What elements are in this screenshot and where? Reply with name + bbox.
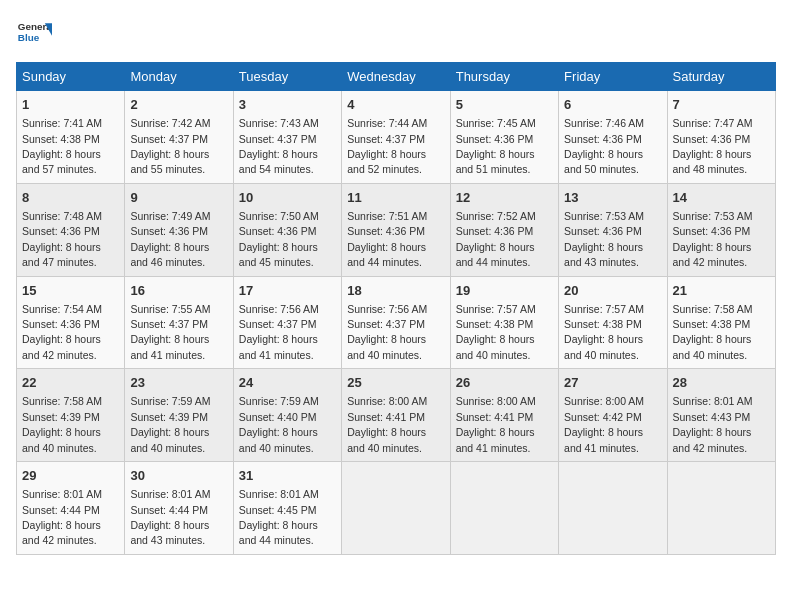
calendar-week-4: 22 Sunrise: 7:58 AMSunset: 4:39 PMDaylig… xyxy=(17,369,776,462)
calendar-cell: 11 Sunrise: 7:51 AMSunset: 4:36 PMDaylig… xyxy=(342,183,450,276)
day-number: 4 xyxy=(347,96,444,114)
calendar-cell xyxy=(450,462,558,555)
day-info: Sunrise: 7:45 AMSunset: 4:36 PMDaylight:… xyxy=(456,117,536,175)
calendar-cell: 30 Sunrise: 8:01 AMSunset: 4:44 PMDaylig… xyxy=(125,462,233,555)
day-number: 23 xyxy=(130,374,227,392)
calendar-cell: 6 Sunrise: 7:46 AMSunset: 4:36 PMDayligh… xyxy=(559,91,667,184)
calendar-cell: 27 Sunrise: 8:00 AMSunset: 4:42 PMDaylig… xyxy=(559,369,667,462)
calendar-cell: 22 Sunrise: 7:58 AMSunset: 4:39 PMDaylig… xyxy=(17,369,125,462)
day-info: Sunrise: 8:00 AMSunset: 4:42 PMDaylight:… xyxy=(564,395,644,453)
calendar-cell: 20 Sunrise: 7:57 AMSunset: 4:38 PMDaylig… xyxy=(559,276,667,369)
day-info: Sunrise: 8:00 AMSunset: 4:41 PMDaylight:… xyxy=(456,395,536,453)
day-info: Sunrise: 8:01 AMSunset: 4:44 PMDaylight:… xyxy=(130,488,210,546)
day-number: 10 xyxy=(239,189,336,207)
day-number: 11 xyxy=(347,189,444,207)
weekday-saturday: Saturday xyxy=(667,63,775,91)
calendar-cell: 31 Sunrise: 8:01 AMSunset: 4:45 PMDaylig… xyxy=(233,462,341,555)
calendar-week-3: 15 Sunrise: 7:54 AMSunset: 4:36 PMDaylig… xyxy=(17,276,776,369)
day-info: Sunrise: 7:48 AMSunset: 4:36 PMDaylight:… xyxy=(22,210,102,268)
calendar-week-5: 29 Sunrise: 8:01 AMSunset: 4:44 PMDaylig… xyxy=(17,462,776,555)
day-info: Sunrise: 7:59 AMSunset: 4:39 PMDaylight:… xyxy=(130,395,210,453)
weekday-sunday: Sunday xyxy=(17,63,125,91)
weekday-monday: Monday xyxy=(125,63,233,91)
day-number: 6 xyxy=(564,96,661,114)
calendar-cell: 1 Sunrise: 7:41 AMSunset: 4:38 PMDayligh… xyxy=(17,91,125,184)
weekday-thursday: Thursday xyxy=(450,63,558,91)
calendar-cell: 28 Sunrise: 8:01 AMSunset: 4:43 PMDaylig… xyxy=(667,369,775,462)
day-info: Sunrise: 7:56 AMSunset: 4:37 PMDaylight:… xyxy=(239,303,319,361)
calendar-cell: 26 Sunrise: 8:00 AMSunset: 4:41 PMDaylig… xyxy=(450,369,558,462)
day-number: 27 xyxy=(564,374,661,392)
day-info: Sunrise: 7:50 AMSunset: 4:36 PMDaylight:… xyxy=(239,210,319,268)
page-header: General Blue xyxy=(16,16,776,52)
calendar-cell: 2 Sunrise: 7:42 AMSunset: 4:37 PMDayligh… xyxy=(125,91,233,184)
calendar-cell: 10 Sunrise: 7:50 AMSunset: 4:36 PMDaylig… xyxy=(233,183,341,276)
calendar-table: SundayMondayTuesdayWednesdayThursdayFrid… xyxy=(16,62,776,555)
calendar-cell: 16 Sunrise: 7:55 AMSunset: 4:37 PMDaylig… xyxy=(125,276,233,369)
day-info: Sunrise: 8:01 AMSunset: 4:44 PMDaylight:… xyxy=(22,488,102,546)
day-number: 12 xyxy=(456,189,553,207)
day-info: Sunrise: 7:58 AMSunset: 4:38 PMDaylight:… xyxy=(673,303,753,361)
day-number: 8 xyxy=(22,189,119,207)
day-number: 5 xyxy=(456,96,553,114)
day-info: Sunrise: 7:57 AMSunset: 4:38 PMDaylight:… xyxy=(564,303,644,361)
calendar-cell: 21 Sunrise: 7:58 AMSunset: 4:38 PMDaylig… xyxy=(667,276,775,369)
day-number: 17 xyxy=(239,282,336,300)
logo-icon: General Blue xyxy=(16,16,52,52)
calendar-cell xyxy=(559,462,667,555)
calendar-body: 1 Sunrise: 7:41 AMSunset: 4:38 PMDayligh… xyxy=(17,91,776,555)
day-info: Sunrise: 7:54 AMSunset: 4:36 PMDaylight:… xyxy=(22,303,102,361)
day-info: Sunrise: 7:43 AMSunset: 4:37 PMDaylight:… xyxy=(239,117,319,175)
weekday-wednesday: Wednesday xyxy=(342,63,450,91)
calendar-cell: 5 Sunrise: 7:45 AMSunset: 4:36 PMDayligh… xyxy=(450,91,558,184)
calendar-cell: 23 Sunrise: 7:59 AMSunset: 4:39 PMDaylig… xyxy=(125,369,233,462)
calendar-cell: 8 Sunrise: 7:48 AMSunset: 4:36 PMDayligh… xyxy=(17,183,125,276)
day-number: 18 xyxy=(347,282,444,300)
day-info: Sunrise: 7:44 AMSunset: 4:37 PMDaylight:… xyxy=(347,117,427,175)
calendar-cell: 7 Sunrise: 7:47 AMSunset: 4:36 PMDayligh… xyxy=(667,91,775,184)
day-number: 24 xyxy=(239,374,336,392)
day-info: Sunrise: 8:01 AMSunset: 4:45 PMDaylight:… xyxy=(239,488,319,546)
day-number: 16 xyxy=(130,282,227,300)
day-number: 19 xyxy=(456,282,553,300)
svg-text:Blue: Blue xyxy=(18,32,40,43)
day-info: Sunrise: 7:59 AMSunset: 4:40 PMDaylight:… xyxy=(239,395,319,453)
day-info: Sunrise: 7:52 AMSunset: 4:36 PMDaylight:… xyxy=(456,210,536,268)
day-info: Sunrise: 7:47 AMSunset: 4:36 PMDaylight:… xyxy=(673,117,753,175)
calendar-cell: 14 Sunrise: 7:53 AMSunset: 4:36 PMDaylig… xyxy=(667,183,775,276)
day-number: 28 xyxy=(673,374,770,392)
day-number: 21 xyxy=(673,282,770,300)
day-number: 15 xyxy=(22,282,119,300)
day-number: 22 xyxy=(22,374,119,392)
day-number: 1 xyxy=(22,96,119,114)
calendar-cell: 15 Sunrise: 7:54 AMSunset: 4:36 PMDaylig… xyxy=(17,276,125,369)
day-info: Sunrise: 7:53 AMSunset: 4:36 PMDaylight:… xyxy=(673,210,753,268)
day-number: 25 xyxy=(347,374,444,392)
calendar-cell: 19 Sunrise: 7:57 AMSunset: 4:38 PMDaylig… xyxy=(450,276,558,369)
calendar-cell: 9 Sunrise: 7:49 AMSunset: 4:36 PMDayligh… xyxy=(125,183,233,276)
calendar-week-2: 8 Sunrise: 7:48 AMSunset: 4:36 PMDayligh… xyxy=(17,183,776,276)
day-info: Sunrise: 8:01 AMSunset: 4:43 PMDaylight:… xyxy=(673,395,753,453)
calendar-cell: 18 Sunrise: 7:56 AMSunset: 4:37 PMDaylig… xyxy=(342,276,450,369)
day-info: Sunrise: 7:58 AMSunset: 4:39 PMDaylight:… xyxy=(22,395,102,453)
day-number: 7 xyxy=(673,96,770,114)
calendar-cell: 17 Sunrise: 7:56 AMSunset: 4:37 PMDaylig… xyxy=(233,276,341,369)
day-info: Sunrise: 7:57 AMSunset: 4:38 PMDaylight:… xyxy=(456,303,536,361)
day-number: 2 xyxy=(130,96,227,114)
day-number: 13 xyxy=(564,189,661,207)
day-number: 31 xyxy=(239,467,336,485)
day-info: Sunrise: 7:41 AMSunset: 4:38 PMDaylight:… xyxy=(22,117,102,175)
day-info: Sunrise: 8:00 AMSunset: 4:41 PMDaylight:… xyxy=(347,395,427,453)
day-number: 26 xyxy=(456,374,553,392)
calendar-cell: 29 Sunrise: 8:01 AMSunset: 4:44 PMDaylig… xyxy=(17,462,125,555)
calendar-cell: 13 Sunrise: 7:53 AMSunset: 4:36 PMDaylig… xyxy=(559,183,667,276)
logo: General Blue xyxy=(16,16,52,52)
day-number: 20 xyxy=(564,282,661,300)
day-info: Sunrise: 7:56 AMSunset: 4:37 PMDaylight:… xyxy=(347,303,427,361)
calendar-cell: 12 Sunrise: 7:52 AMSunset: 4:36 PMDaylig… xyxy=(450,183,558,276)
day-number: 9 xyxy=(130,189,227,207)
calendar-cell: 25 Sunrise: 8:00 AMSunset: 4:41 PMDaylig… xyxy=(342,369,450,462)
calendar-cell: 3 Sunrise: 7:43 AMSunset: 4:37 PMDayligh… xyxy=(233,91,341,184)
day-number: 14 xyxy=(673,189,770,207)
day-number: 3 xyxy=(239,96,336,114)
